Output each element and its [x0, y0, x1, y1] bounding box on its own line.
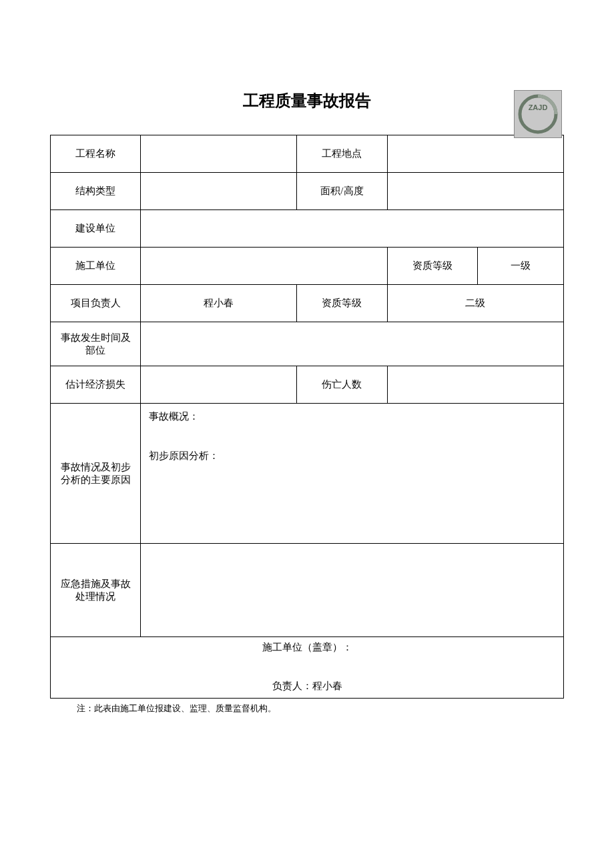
label-accident-analysis: 事故情况及初步分析的主要原因	[51, 404, 141, 544]
document-title: 工程质量事故报告	[50, 90, 564, 111]
label-qualification-2: 资质等级	[297, 285, 387, 322]
value-casualties	[387, 366, 563, 404]
value-responsible-person: 程小春	[312, 681, 342, 691]
label-accident-overview: 事故概况：	[149, 411, 199, 422]
accident-analysis-cell: 事故概况： 初步原因分析：	[141, 404, 564, 544]
label-casualties: 伤亡人数	[297, 366, 387, 404]
value-structure-type	[141, 173, 297, 210]
responsible-person-line: 负责人：程小春	[56, 680, 558, 693]
logo-stamp: ZAJD	[514, 90, 562, 138]
value-project-location	[387, 135, 563, 173]
value-contractor	[141, 248, 387, 285]
value-project-name	[141, 135, 297, 173]
label-estimated-loss: 估计经济损失	[51, 366, 141, 404]
value-area-height	[387, 173, 563, 210]
label-project-leader: 项目负责人	[51, 285, 141, 322]
value-project-leader: 程小春	[141, 285, 297, 322]
contractor-stamp-cell: 施工单位（盖章）： 负责人：程小春	[51, 637, 564, 699]
label-project-name: 工程名称	[51, 135, 141, 173]
value-emergency-measures	[141, 544, 564, 637]
label-project-location: 工程地点	[297, 135, 387, 173]
label-preliminary-analysis: 初步原因分析：	[149, 450, 219, 461]
value-accident-time-location	[141, 322, 564, 366]
value-qualification-2: 二级	[387, 285, 563, 322]
label-structure-type: 结构类型	[51, 173, 141, 210]
label-contractor: 施工单位	[51, 248, 141, 285]
label-emergency-measures: 应急措施及事故处理情况	[51, 544, 141, 637]
footnote: 注：此表由施工单位报建设、监理、质量监督机构。	[77, 703, 564, 715]
accident-report-table: 工程名称 工程地点 结构类型 面积/高度 建设单位 施工单位 资质等级 一级 项…	[50, 135, 564, 699]
label-contractor-stamp: 施工单位（盖章）：	[56, 641, 558, 654]
value-developer	[141, 210, 564, 248]
label-developer: 建设单位	[51, 210, 141, 248]
label-qualification-1: 资质等级	[387, 248, 477, 285]
value-qualification-1: 一级	[477, 248, 563, 285]
label-responsible-prefix: 负责人：	[272, 681, 312, 691]
value-estimated-loss	[141, 366, 297, 404]
label-accident-time-location: 事故发生时间及部位	[51, 322, 141, 366]
logo-text: ZAJD	[529, 103, 548, 111]
label-area-height: 面积/高度	[297, 173, 387, 210]
